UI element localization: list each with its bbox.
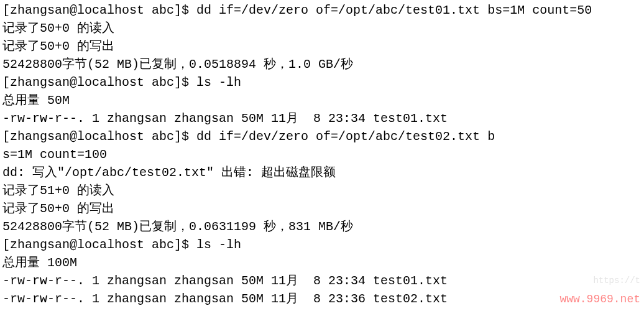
prompt-line-3a: [zhangsan@localhost abc]$ dd if=/dev/zer…	[2, 128, 642, 146]
output-dd2-err: dd: 写入"/opt/abc/test02.txt" 出错: 超出磁盘限额	[2, 164, 642, 182]
output-ls2-total: 总用量 100M	[2, 254, 642, 272]
output-dd1-sum: 52428800字节(52 MB)已复制，0.0518894 秒，1.0 GB/…	[2, 55, 642, 73]
watermark-main: www.9969.net	[559, 290, 640, 309]
output-dd1-out: 记录了50+0 的写出	[2, 37, 642, 55]
output-dd2-in: 记录了51+0 的读入	[2, 182, 642, 200]
active-prompt-line[interactable]: [zhangsan@localhost abc]$	[2, 308, 642, 311]
output-dd2-out: 记录了50+0 的写出	[2, 200, 642, 218]
prompt-line-3b: s=1M count=100	[2, 146, 642, 164]
terminal-output[interactable]: [zhangsan@localhost abc]$ dd if=/dev/zer…	[0, 0, 644, 311]
prompt-line-4: [zhangsan@localhost abc]$ ls -lh	[2, 236, 642, 254]
watermark-faint: https://t	[593, 272, 640, 290]
prompt-line-2: [zhangsan@localhost abc]$ ls -lh	[2, 73, 642, 91]
output-ls2-row1: -rw-rw-r--. 1 zhangsan zhangsan 50M 11月 …	[2, 272, 642, 290]
output-dd2-sum: 52428800字节(52 MB)已复制，0.0631199 秒，831 MB/…	[2, 218, 642, 236]
output-dd1-in: 记录了50+0 的读入	[2, 19, 642, 37]
output-ls2-row2: -rw-rw-r--. 1 zhangsan zhangsan 50M 11月 …	[2, 290, 642, 308]
output-ls1-row1: -rw-rw-r--. 1 zhangsan zhangsan 50M 11月 …	[2, 109, 642, 128]
prompt-line-1: [zhangsan@localhost abc]$ dd if=/dev/zer…	[2, 1, 642, 19]
output-ls1-total: 总用量 50M	[2, 91, 642, 109]
